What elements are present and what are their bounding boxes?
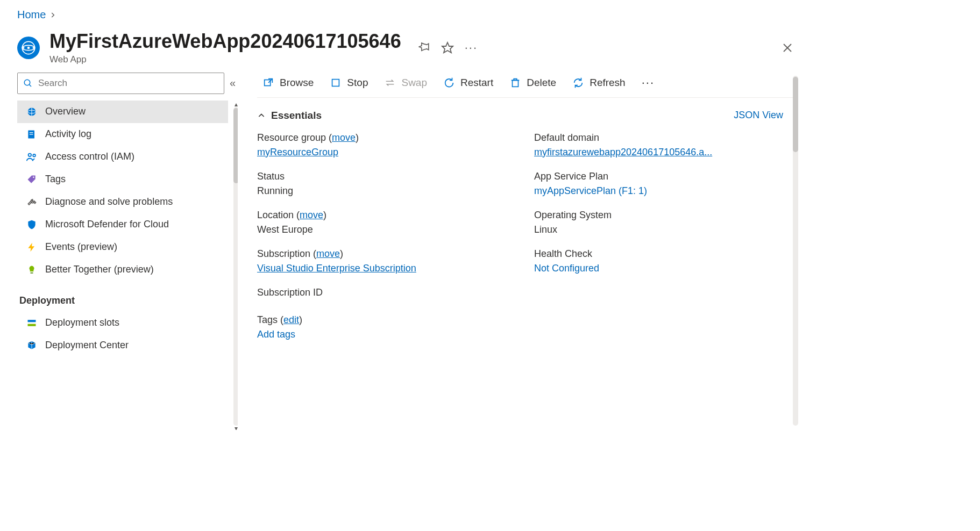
sidebar-item-label: Diagnose and solve problems <box>45 196 173 207</box>
page-title: MyFirstAzureWebApp20240617105646 <box>49 31 401 52</box>
collapse-sidebar-icon[interactable]: « <box>230 77 236 89</box>
refresh-icon <box>572 77 584 89</box>
essentials-toggle[interactable]: Essentials <box>257 110 322 121</box>
svg-point-3 <box>23 47 25 49</box>
globe-icon <box>26 106 38 118</box>
log-icon <box>26 128 38 140</box>
sidebar-item-label: Access control (IAM) <box>45 151 134 162</box>
toolbar: Browse Stop Swap Restart Delete <box>257 71 798 98</box>
status-value: Running <box>257 185 518 197</box>
essentials-grid: Resource group (move) myResourceGroup De… <box>257 126 795 298</box>
default-domain-value[interactable]: myfirstazurewebapp20240617105646.a... <box>534 147 795 158</box>
scrollbar-thumb[interactable] <box>233 108 238 183</box>
sidebar: « Overview Activity log <box>17 71 238 430</box>
move-location-link[interactable]: move <box>300 210 323 220</box>
svg-point-17 <box>33 154 35 157</box>
app-service-plan-label: App Service Plan <box>534 171 795 182</box>
svg-rect-19 <box>31 272 33 274</box>
scrollbar-thumb[interactable] <box>793 77 798 152</box>
move-subscription-link[interactable]: move <box>316 248 340 259</box>
search-input[interactable] <box>37 77 218 89</box>
sidebar-item-diagnose[interactable]: Diagnose and solve problems <box>17 191 228 213</box>
restart-button[interactable]: Restart <box>438 74 499 92</box>
tag-icon <box>26 174 38 185</box>
main-content: Browse Stop Swap Restart Delete <box>238 71 798 430</box>
close-icon[interactable] <box>781 41 798 54</box>
delete-button[interactable]: Delete <box>504 74 562 92</box>
sidebar-scrollbar[interactable]: ▴ ▾ <box>233 107 238 426</box>
subscription-value[interactable]: Visual Studio Enterprise Subscription <box>257 263 518 274</box>
resource-group-label: Resource group (move) <box>257 132 518 143</box>
cube-icon <box>26 340 38 351</box>
tags-label: Tags (edit) <box>257 314 798 326</box>
sidebar-item-deployment-slots[interactable]: Deployment slots <box>17 312 228 334</box>
more-icon[interactable]: ··· <box>465 41 478 55</box>
sidebar-item-label: Microsoft Defender for Cloud <box>45 219 169 230</box>
page-subtitle: Web App <box>49 54 401 65</box>
resource-group-value[interactable]: myResourceGroup <box>257 147 518 158</box>
restart-icon <box>443 77 455 89</box>
bulb-icon <box>26 264 38 276</box>
sidebar-item-overview[interactable]: Overview <box>17 101 228 123</box>
sidebar-item-defender[interactable]: Microsoft Defender for Cloud <box>17 213 228 236</box>
health-check-value[interactable]: Not Configured <box>534 263 795 274</box>
sidebar-item-label: Overview <box>45 106 86 117</box>
page-header: MyFirstAzureWebApp20240617105646 Web App… <box>17 31 798 71</box>
wrench-icon <box>26 196 38 208</box>
trash-icon <box>509 77 521 89</box>
svg-point-2 <box>27 46 30 49</box>
location-label: Location (move) <box>257 210 518 221</box>
sidebar-section-deployment: Deployment <box>17 281 228 312</box>
sidebar-item-iam[interactable]: Access control (IAM) <box>17 146 228 168</box>
sidebar-item-label: Deployment Center <box>45 340 129 351</box>
status-label: Status <box>257 171 518 182</box>
svg-rect-20 <box>28 320 36 322</box>
sidebar-item-better-together[interactable]: Better Together (preview) <box>17 259 228 281</box>
refresh-button[interactable]: Refresh <box>567 74 631 92</box>
svg-rect-24 <box>332 79 339 86</box>
svg-point-4 <box>33 47 35 49</box>
star-icon[interactable] <box>441 41 454 54</box>
sidebar-item-activity-log[interactable]: Activity log <box>17 123 228 146</box>
svg-marker-5 <box>442 42 453 53</box>
sidebar-item-events[interactable]: Events (preview) <box>17 236 228 259</box>
slots-icon <box>26 317 38 329</box>
shield-icon <box>26 219 38 231</box>
sidebar-item-label: Events (preview) <box>45 241 117 253</box>
move-resource-group-link[interactable]: move <box>332 132 356 143</box>
breadcrumb: Home <box>17 5 798 31</box>
svg-rect-21 <box>28 324 36 326</box>
svg-point-8 <box>24 80 30 85</box>
svg-rect-22 <box>265 80 271 85</box>
stop-button[interactable]: Stop <box>324 74 373 92</box>
chevron-up-icon <box>257 111 266 120</box>
main-scrollbar[interactable] <box>793 76 798 426</box>
default-domain-label: Default domain <box>534 132 795 143</box>
svg-point-18 <box>33 176 34 178</box>
browse-button[interactable]: Browse <box>257 74 319 92</box>
app-service-plan-value[interactable]: myAppServicePlan (F1: 1) <box>534 185 795 197</box>
subscription-id-label: Subscription ID <box>257 287 518 298</box>
breadcrumb-home[interactable]: Home <box>17 9 46 21</box>
search-icon <box>23 78 33 88</box>
toolbar-more-button[interactable]: ··· <box>636 73 660 93</box>
sidebar-item-label: Activity log <box>45 128 91 140</box>
subscription-label: Subscription (move) <box>257 248 518 260</box>
external-link-icon <box>262 77 274 89</box>
stop-icon <box>330 77 342 89</box>
swap-button: Swap <box>379 74 432 92</box>
pin-icon[interactable] <box>418 42 430 54</box>
webapp-icon <box>17 37 40 59</box>
os-value: Linux <box>534 224 795 235</box>
sidebar-item-deployment-center[interactable]: Deployment Center <box>17 334 228 357</box>
json-view-link[interactable]: JSON View <box>734 110 798 121</box>
search-box[interactable] <box>17 73 224 94</box>
chevron-right-icon <box>49 11 56 19</box>
sidebar-item-tags[interactable]: Tags <box>17 168 228 191</box>
add-tags-link[interactable]: Add tags <box>257 329 798 340</box>
os-label: Operating System <box>534 210 795 221</box>
svg-line-9 <box>29 84 31 87</box>
people-icon <box>26 151 38 163</box>
sidebar-item-label: Better Together (preview) <box>45 264 154 275</box>
edit-tags-link[interactable]: edit <box>283 314 299 325</box>
